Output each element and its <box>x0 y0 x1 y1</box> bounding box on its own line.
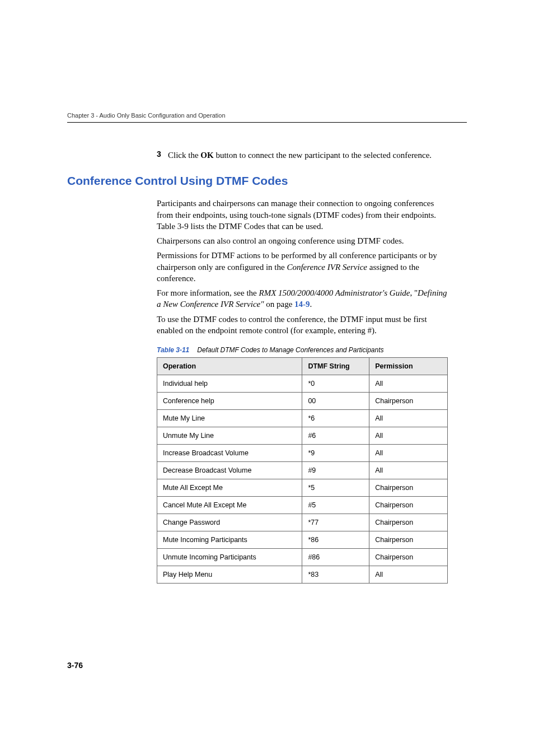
page-ref-link[interactable]: 14-9 <box>294 300 310 309</box>
table-row: Individual help*0All <box>157 375 448 393</box>
cell-op: Unmute My Line <box>157 427 302 445</box>
table-row: Unmute My Line#6All <box>157 427 448 445</box>
th-operation: Operation <box>157 358 302 375</box>
step-post: button to connect the new participant to… <box>214 151 432 160</box>
header-rule <box>67 122 467 123</box>
cell-perm: All <box>369 445 448 462</box>
table-row: Cancel Mute All Except Me#5Chairperson <box>157 497 448 514</box>
cell-perm: Chairperson <box>369 549 448 566</box>
cell-code: #86 <box>302 549 369 566</box>
cell-perm: All <box>369 566 448 584</box>
cell-op: Mute Incoming Participants <box>157 531 302 549</box>
cell-code: *77 <box>302 514 369 531</box>
table-caption: Table 3-11Default DTMF Codes to Manage C… <box>157 346 448 354</box>
p4-pre: For more information, see the <box>157 288 259 297</box>
section-heading: Conference Control Using DTMF Codes <box>67 174 467 188</box>
p4-onpage: on page <box>264 300 295 309</box>
step-text: Click the OK button to connect the new p… <box>168 150 432 161</box>
cell-code: *83 <box>302 566 369 584</box>
cell-op: Mute All Except Me <box>157 479 302 497</box>
cell-code: *6 <box>302 410 369 427</box>
table-row: Decrease Broadcast Volume#9All <box>157 462 448 479</box>
cell-perm: Chairperson <box>369 514 448 531</box>
cell-perm: All <box>369 375 448 393</box>
cell-op: Cancel Mute All Except Me <box>157 497 302 514</box>
cell-op: Decrease Broadcast Volume <box>157 462 302 479</box>
table-row: Mute All Except Me*5Chairperson <box>157 479 448 497</box>
cell-perm: All <box>369 410 448 427</box>
cell-perm: Chairperson <box>369 479 448 497</box>
page-number: 3-76 <box>67 661 83 670</box>
body-block: Participants and chairpersons can manage… <box>157 198 448 584</box>
cell-code: #9 <box>302 462 369 479</box>
th-dtmf-string: DTMF String <box>302 358 369 375</box>
p4-mid: , " <box>410 288 418 297</box>
para-2: Chairpersons can also control an ongoing… <box>157 235 448 246</box>
cell-op: Individual help <box>157 375 302 393</box>
step-bold: OK <box>200 151 213 160</box>
cell-op: Conference help <box>157 393 302 410</box>
cell-code: #5 <box>302 497 369 514</box>
cell-op: Change Password <box>157 514 302 531</box>
cell-op: Play Help Menu <box>157 566 302 584</box>
para-3: Permissions for DTMF actions to be perfo… <box>157 250 448 284</box>
para-4: For more information, see the RMX 1500/2… <box>157 287 448 310</box>
p4-italic1: RMX 1500/2000/4000 Administrator's Guide <box>259 288 410 297</box>
table-row: Unmute Incoming Participants#86Chairpers… <box>157 549 448 566</box>
table-row: Increase Broadcast Volume*9All <box>157 445 448 462</box>
cell-code: *9 <box>302 445 369 462</box>
table-caption-text: Default DTMF Codes to Manage Conferences… <box>197 346 383 354</box>
cell-code: #6 <box>302 427 369 445</box>
cell-code: *5 <box>302 479 369 497</box>
table-row: Conference help00Chairperson <box>157 393 448 410</box>
p4-end: . <box>310 300 312 309</box>
table-label: Table 3-11 <box>157 346 189 354</box>
dtmf-table: Operation DTMF String Permission Individ… <box>157 357 448 584</box>
step-row: 3 Click the OK button to connect the new… <box>157 150 467 161</box>
para-5: To use the DTMF codes to control the con… <box>157 314 448 337</box>
cell-perm: Chairperson <box>369 497 448 514</box>
cell-perm: All <box>369 427 448 445</box>
cell-op: Mute My Line <box>157 410 302 427</box>
table-row: Play Help Menu*83All <box>157 566 448 584</box>
step-number: 3 <box>157 150 168 161</box>
cell-op: Increase Broadcast Volume <box>157 445 302 462</box>
cell-op: Unmute Incoming Participants <box>157 549 302 566</box>
cell-code: *0 <box>302 375 369 393</box>
table-row: Mute My Line*6All <box>157 410 448 427</box>
cell-perm: Chairperson <box>369 531 448 549</box>
p3-italic: Conference IVR Service <box>287 263 367 272</box>
cell-perm: Chairperson <box>369 393 448 410</box>
th-permission: Permission <box>369 358 448 375</box>
cell-code: 00 <box>302 393 369 410</box>
table-row: Mute Incoming Participants*86Chairperson <box>157 531 448 549</box>
table-header-row: Operation DTMF String Permission <box>157 358 448 375</box>
step-pre: Click the <box>168 151 200 160</box>
para-1: Participants and chairpersons can manage… <box>157 198 448 232</box>
cell-code: *86 <box>302 531 369 549</box>
table-row: Change Password*77Chairperson <box>157 514 448 531</box>
chapter-header: Chapter 3 - Audio Only Basic Configurati… <box>67 112 467 119</box>
cell-perm: All <box>369 462 448 479</box>
